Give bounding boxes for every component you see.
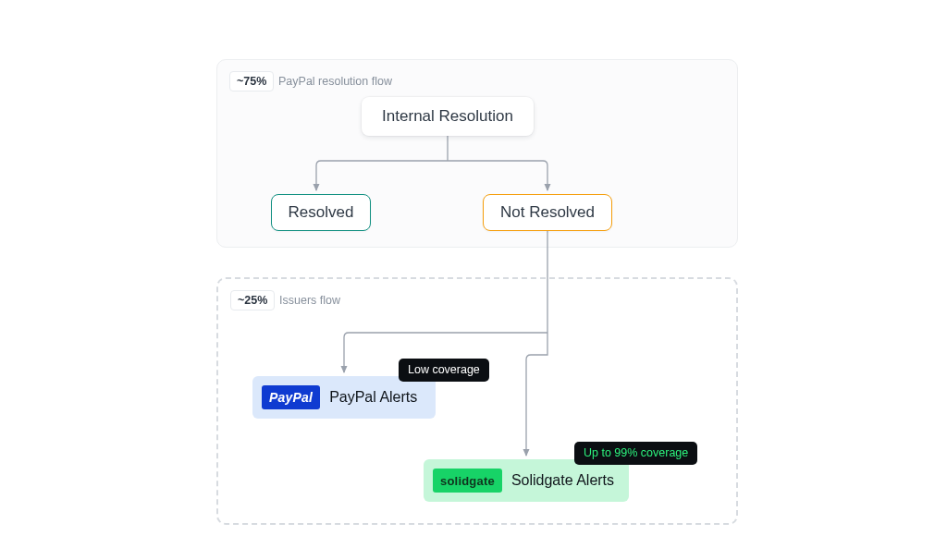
- alert-solidgate-label: Solidgate Alerts: [511, 472, 614, 489]
- node-not-resolved: Not Resolved: [483, 194, 612, 231]
- percent-badge-bottom: ~25%: [230, 290, 275, 310]
- solidgate-brand-chip: solidgate: [433, 469, 502, 493]
- coverage-badge-high: Up to 99% coverage: [574, 442, 697, 465]
- paypal-brand-chip: PayPal: [262, 385, 320, 409]
- alert-paypal-label: PayPal Alerts: [329, 389, 417, 406]
- percent-badge-top: ~75%: [229, 71, 274, 91]
- alert-paypal: PayPal PayPal Alerts: [252, 376, 436, 419]
- panel-label-top: PayPal resolution flow: [278, 74, 392, 89]
- diagram-stage: ~75% PayPal resolution flow ~25% Issuers…: [216, 59, 738, 525]
- panel-label-bottom: Issuers flow: [279, 293, 340, 308]
- node-resolved: Resolved: [271, 194, 371, 231]
- node-internal-resolution: Internal Resolution: [362, 97, 534, 136]
- coverage-badge-low: Low coverage: [399, 359, 489, 382]
- alert-solidgate: solidgate Solidgate Alerts: [424, 459, 629, 502]
